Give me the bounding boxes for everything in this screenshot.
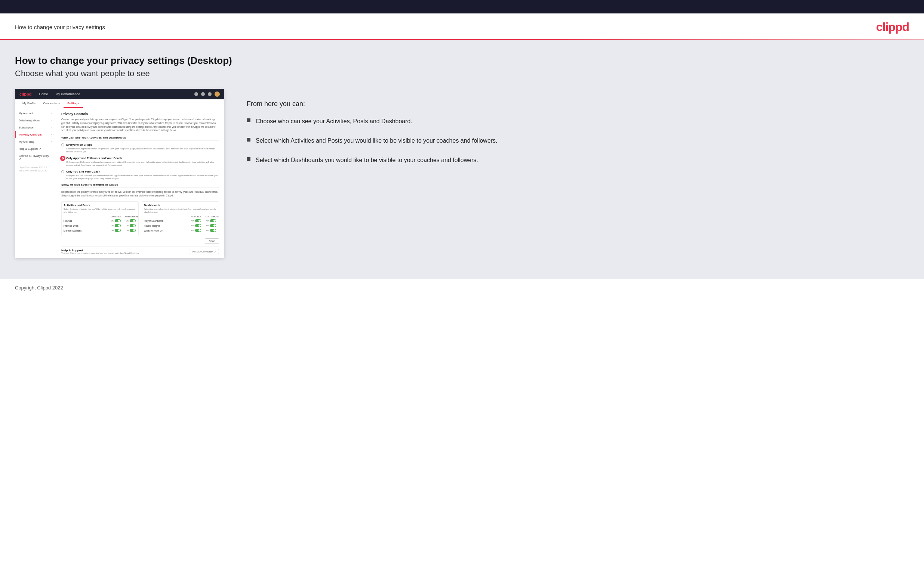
mock-help-section: Help & Support Visit our Clippd communit… — [61, 246, 219, 254]
bullet-icon-1 — [247, 118, 250, 122]
mock-sidebar-policy: Service & Privacy Policy ↗ — [15, 152, 56, 163]
mock-tabs: My Profile Connections Settings — [15, 99, 224, 108]
mock-sidebar-privacy: Privacy Controls › — [15, 131, 56, 138]
mock-who-can-see: Who Can See Your Activities and Dashboar… — [61, 136, 219, 141]
mock-row-manual: Manual Activities ON ON — [63, 228, 136, 233]
mock-sidebar-subscription: Subscription › — [15, 124, 56, 131]
footer: Copyright Clippd 2022 — [0, 279, 924, 297]
bullet-text-2: Select which Activities and Posts you wo… — [256, 136, 498, 145]
toggle-rounds-coaches — [115, 219, 121, 222]
mock-row-workson: What To Work On ON ON — [144, 228, 217, 233]
settings-icon — [208, 92, 212, 96]
mock-row-player-dash: Player Dashboard ON ON — [144, 219, 217, 223]
bullet-icon-3 — [247, 157, 250, 161]
mock-privacy-title: Privacy Controls — [61, 112, 219, 116]
mock-nav-icons — [194, 92, 220, 97]
mock-sidebar-integrations: Data Integrations › — [15, 117, 56, 124]
mock-privacy-desc: Control how you and your data appears to… — [61, 118, 219, 132]
toggle-insights-coaches — [195, 224, 201, 227]
toggle-workson-coaches — [195, 229, 201, 232]
mock-radio-onlyyou: Only You and Your Coach Only you and the… — [61, 170, 219, 181]
main-content: How to change your privacy settings (Des… — [0, 40, 924, 279]
bullet-text-3: Select which Dashboards you would like t… — [256, 156, 478, 165]
bullet-text-1: Choose who can see your Activities, Post… — [256, 117, 412, 126]
toggle-drills-coaches — [115, 224, 121, 227]
top-bar — [0, 0, 924, 13]
mock-sidebar-version: Clippd Client Version: 2022.8.2SQL Serve… — [15, 163, 56, 174]
header-title: How to change your privacy settings — [15, 24, 105, 30]
mock-show-hide-desc: Regardless of the privacy controls that … — [61, 190, 219, 198]
footer-text: Copyright Clippd 2022 — [15, 285, 63, 290]
mock-row-rounds: Rounds ON ON — [63, 219, 136, 223]
radio-everyone-indicator — [61, 143, 64, 147]
mock-tab-profile: My Profile — [19, 99, 40, 108]
mock-sidebar-golfbag: My Golf Bag › — [15, 138, 56, 145]
toggle-playerdash-coaches — [195, 219, 201, 222]
logo: clippd — [876, 20, 909, 34]
mock-topbar: clippd Home My Performance — [15, 89, 224, 99]
mock-logo: clippd — [19, 92, 31, 96]
mock-tab-connections: Connections — [40, 99, 63, 108]
mock-main-panel: Privacy Controls Control how you and you… — [56, 108, 224, 258]
toggle-playerdash-followers — [210, 219, 216, 222]
mock-radio-everyone: Everyone on Clippd Everyone on Clippd ca… — [61, 143, 219, 153]
mock-nav-performance: My Performance — [55, 92, 80, 96]
info-panel-intro: From here you can: — [247, 100, 901, 108]
bullet-icon-2 — [247, 138, 250, 142]
columns: clippd Home My Performance My Profile Co… — [15, 89, 909, 258]
mock-save-button[interactable]: Save — [205, 238, 219, 244]
grid-icon — [201, 92, 205, 96]
info-panel: From here you can: Choose who can see yo… — [239, 89, 909, 183]
toggle-drills-followers — [130, 224, 136, 227]
mock-row-drills: Practice Drills ON ON — [63, 223, 136, 228]
bullet-item-3: Select which Dashboards you would like t… — [247, 156, 901, 165]
mock-radio-approved: Only Approved Followers and Your Coach O… — [61, 156, 219, 167]
mock-activities-panel: Activities and Posts Select the types of… — [61, 201, 139, 235]
mock-nav-home: Home — [39, 92, 48, 96]
mock-help-title: Help & Support — [61, 249, 139, 252]
radio-approved-indicator — [61, 157, 64, 160]
toggle-manual-coaches — [115, 229, 121, 232]
toggle-manual-followers — [130, 229, 136, 232]
radio-onlyyou-indicator — [61, 170, 64, 173]
mock-show-hide-title: Show or hide specific features in Clippd — [61, 183, 219, 188]
page-subtitle: Choose what you want people to see — [15, 69, 909, 79]
avatar — [215, 92, 220, 97]
mock-visit-button[interactable]: Visit Our Community ↗ — [189, 249, 219, 254]
toggle-workson-followers — [210, 229, 216, 232]
screenshot-mockup: clippd Home My Performance My Profile Co… — [15, 89, 224, 258]
mock-body: My Account › Data Integrations › Subscri… — [15, 108, 224, 258]
mock-help-desc: Visit our Clippd community to troublesho… — [61, 252, 139, 254]
mock-feature-grid: Activities and Posts Select the types of… — [61, 201, 219, 235]
mock-save-row: Save — [61, 238, 219, 244]
page-title: How to change your privacy settings (Des… — [15, 55, 909, 66]
mock-row-round-insights: Round Insights ON ON — [144, 223, 217, 228]
toggle-rounds-followers — [130, 219, 136, 222]
toggle-insights-followers — [210, 224, 216, 227]
mock-sidebar: My Account › Data Integrations › Subscri… — [15, 108, 56, 258]
mock-dashboards-panel: Dashboards Select the types of activity … — [142, 201, 219, 235]
mock-tab-settings: Settings — [63, 99, 83, 108]
search-icon — [194, 92, 198, 96]
bullet-item-2: Select which Activities and Posts you wo… — [247, 136, 901, 145]
mock-sidebar-help: Help & Support ↗ — [15, 145, 56, 152]
header: How to change your privacy settings clip… — [0, 13, 924, 39]
bullet-item-1: Choose who can see your Activities, Post… — [247, 117, 901, 126]
mock-sidebar-account: My Account › — [15, 110, 56, 117]
